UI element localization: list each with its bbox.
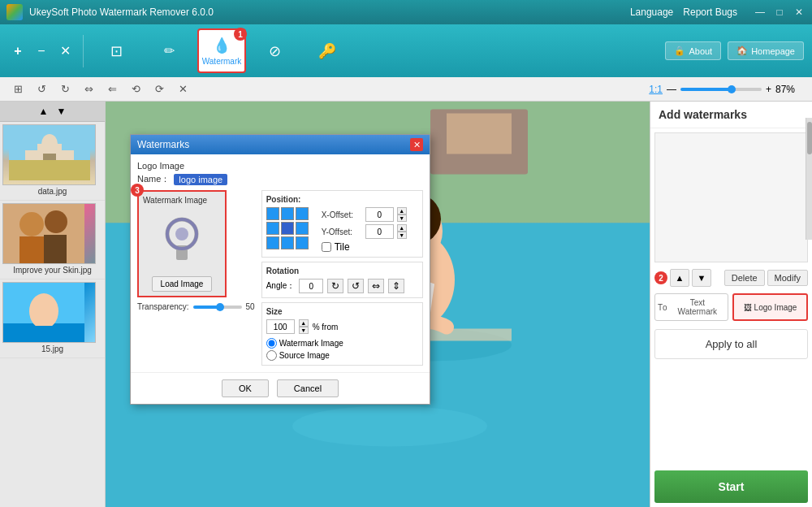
tile-row: Tile — [322, 241, 407, 253]
file-panel-up-icon[interactable]: ▲ — [39, 106, 49, 117]
watermarks-dialog[interactable]: Watermarks ✕ Logo Image Name： logo image — [130, 134, 430, 405]
transparency-thumb[interactable] — [216, 303, 224, 311]
move-down-button[interactable]: ▼ — [692, 269, 711, 287]
logo-image-tab[interactable]: 🖼 Logo Image — [732, 293, 808, 321]
move-up-button[interactable]: ▲ — [670, 269, 689, 287]
grid-button[interactable]: ⊞ — [8, 80, 28, 99]
svg-rect-5 — [62, 150, 74, 160]
rotate-ccw-btn[interactable]: ↺ — [348, 279, 364, 293]
language-button[interactable]: Language — [630, 6, 673, 18]
y-offset-down[interactable]: ▼ — [397, 232, 407, 239]
file-thumbnail — [2, 282, 96, 343]
list-item[interactable]: data.jpg — [0, 122, 105, 201]
watermark-label: Watermark — [202, 57, 242, 66]
pos-tl[interactable] — [266, 207, 279, 220]
flip-v-button[interactable]: ⇐ — [102, 80, 122, 99]
name-field-value: logo image — [174, 174, 227, 185]
minimize-button[interactable]: — — [754, 6, 767, 19]
flip-h-button[interactable]: ⇔ — [79, 80, 98, 99]
redo-button[interactable]: ⟳ — [149, 80, 169, 99]
dialog-title: Watermarks — [137, 139, 189, 150]
svg-rect-18 — [447, 114, 512, 154]
tile-checkbox[interactable] — [322, 242, 331, 252]
cancel-action-button[interactable]: ✕ — [173, 80, 192, 99]
x-offset-input[interactable] — [365, 207, 394, 222]
pos-mc[interactable] — [281, 222, 294, 235]
zoom-in-icon[interactable]: + — [766, 84, 771, 95]
source-image-option: Source Image — [279, 351, 330, 360]
y-offset-input[interactable] — [365, 224, 394, 239]
maximize-button[interactable]: □ — [773, 6, 786, 19]
svg-point-8 — [19, 212, 44, 236]
pos-tc[interactable] — [281, 207, 294, 220]
eraser-tool-button[interactable]: ⊘ — [250, 28, 299, 73]
watermark-image-label: Watermark Image — [143, 196, 207, 205]
dialog-settings: Position: — [261, 190, 423, 366]
pos-bc[interactable] — [281, 236, 294, 249]
file-thumbnail — [2, 124, 96, 185]
rotate-cw-btn[interactable]: ↻ — [327, 279, 343, 293]
zoom-out-icon[interactable]: — — [667, 84, 676, 95]
separator-1 — [83, 35, 84, 67]
zoom-slider-thumb[interactable] — [728, 85, 736, 93]
right-panel: Add watermarks 2 ▲ ▼ Delete Modify Tо Te… — [650, 102, 812, 507]
homepage-button[interactable]: 🏠 Homepage — [728, 41, 804, 60]
app-logo — [6, 4, 23, 20]
pos-br[interactable] — [296, 236, 309, 249]
flip-h-btn[interactable]: ⇔ — [368, 279, 384, 293]
size-input[interactable] — [266, 319, 295, 334]
size-down[interactable]: ▼ — [299, 327, 309, 334]
rotate-cw-button[interactable]: ↻ — [55, 80, 75, 99]
x-offset-down[interactable]: ▼ — [397, 214, 407, 222]
key-tool-button[interactable]: 🔑 — [303, 28, 352, 73]
apply-to-all-button[interactable]: Apply to all — [654, 329, 808, 359]
size-up[interactable]: ▲ — [299, 319, 309, 327]
ok-button[interactable]: OK — [222, 379, 269, 397]
svg-rect-1 — [9, 160, 90, 180]
transparency-slider[interactable] — [193, 306, 242, 309]
pos-bl[interactable] — [266, 236, 279, 249]
window-controls: — □ ✕ — [754, 6, 806, 19]
delete-button[interactable]: Delete — [724, 270, 765, 286]
angle-input[interactable] — [299, 279, 323, 293]
pos-mr[interactable] — [296, 222, 309, 235]
file-name: data.jpg — [2, 185, 102, 197]
watermark-actions-row: 2 ▲ ▼ Delete Modify — [650, 266, 812, 289]
x-offset-label: X-Offset: — [322, 210, 362, 219]
x-offset-up[interactable]: ▲ — [397, 207, 407, 214]
about-button[interactable]: 🔒 About — [665, 41, 721, 60]
list-item[interactable]: 15.jpg — [0, 280, 105, 358]
report-bugs-button[interactable]: Report Bugs — [683, 6, 737, 18]
rotation-section: Rotation Angle： ↻ ↺ ⇔ ⇕ — [261, 262, 423, 298]
list-item[interactable]: Improve your Skin.jpg — [0, 201, 105, 280]
undo-button[interactable]: ⟲ — [126, 80, 145, 99]
crop-tool-button[interactable]: ⊡ — [92, 28, 140, 73]
crop-icon: ⊡ — [110, 42, 123, 60]
close-file-button[interactable]: ✕ — [55, 41, 75, 61]
add-file-button[interactable]: + — [8, 41, 28, 61]
remove-file-button[interactable]: − — [32, 41, 51, 61]
close-button[interactable]: ✕ — [793, 6, 806, 19]
y-offset-up[interactable]: ▲ — [397, 224, 407, 232]
brush-tool-button[interactable]: ✏ — [145, 28, 193, 73]
zoom-1to1-button[interactable]: 1:1 — [649, 84, 663, 95]
source-image-radio[interactable] — [266, 350, 277, 361]
cancel-button[interactable]: Cancel — [277, 379, 339, 397]
watermark-image-radio[interactable] — [266, 338, 277, 349]
pos-ml[interactable] — [266, 222, 279, 235]
file-panel-down-icon[interactable]: ▼ — [57, 106, 67, 117]
svg-rect-4 — [25, 150, 37, 160]
dialog-title-bar: Watermarks ✕ — [131, 135, 430, 154]
text-watermark-tab[interactable]: Tо Text Watermark — [654, 293, 728, 321]
pos-tr[interactable] — [296, 207, 309, 220]
main-toolbar: + − ✕ ⊡ ✏ 💧 Watermark 1 ⊘ 🔑 🔒 About 🏠 Ho… — [0, 24, 812, 77]
y-offset-spinner: ▲ ▼ — [397, 224, 407, 239]
dialog-close-button[interactable]: ✕ — [410, 138, 423, 151]
load-image-button[interactable]: Load Image — [152, 276, 213, 292]
modify-button[interactable]: Modify — [767, 270, 808, 286]
rotate-ccw-button[interactable]: ↺ — [32, 80, 51, 99]
flip-v-btn[interactable]: ⇕ — [388, 279, 404, 293]
watermark-tool-button[interactable]: 💧 Watermark 1 — [197, 28, 246, 73]
start-button[interactable]: Start — [654, 470, 808, 503]
zoom-slider[interactable] — [680, 88, 762, 91]
